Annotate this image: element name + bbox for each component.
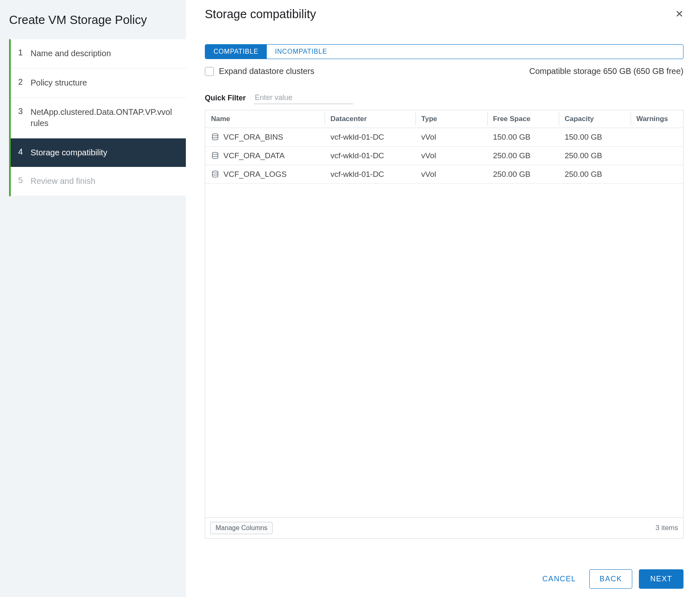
tab-incompatible[interactable]: INCOMPATIBLE [267, 45, 335, 59]
cell-free: 250.00 GB [487, 165, 559, 184]
col-header-free-space[interactable]: Free Space [487, 110, 559, 128]
step-label: Review and finish [31, 176, 95, 187]
cell-type: vVol [415, 128, 487, 147]
step-name-description[interactable]: 1 Name and description [11, 39, 186, 69]
cell-capacity: 250.00 GB [559, 165, 631, 184]
step-storage-compatibility[interactable]: 4 Storage compatibility [11, 138, 186, 167]
col-header-type[interactable]: Type [415, 110, 487, 128]
page-title: Storage compatibility [205, 7, 316, 21]
cell-warnings [631, 165, 683, 184]
step-review-finish: 5 Review and finish [11, 167, 186, 196]
col-header-warnings[interactable]: Warnings [631, 110, 683, 128]
step-number: 2 [18, 77, 31, 87]
cell-capacity: 250.00 GB [559, 147, 631, 165]
next-button[interactable]: NEXT [639, 569, 683, 589]
step-label: Name and description [31, 48, 111, 59]
step-number: 5 [18, 176, 31, 185]
cell-name: VCF_ORA_LOGS [223, 170, 287, 179]
compatibility-tabs: COMPATIBLE INCOMPATIBLE [205, 44, 683, 59]
table-row[interactable]: VCF_ORA_BINS vcf-wkld-01-DC vVol 150.00 … [205, 128, 683, 147]
manage-columns-button[interactable]: Manage Columns [210, 522, 273, 534]
step-label: NetApp.clustered.Data.ONTAP.VP.vvol rule… [31, 107, 178, 129]
cell-type: vVol [415, 165, 487, 184]
step-policy-structure[interactable]: 2 Policy structure [11, 69, 186, 98]
back-button[interactable]: BACK [589, 569, 633, 589]
col-header-capacity[interactable]: Capacity [559, 110, 631, 128]
cell-datacenter: vcf-wkld-01-DC [325, 128, 415, 147]
expand-clusters-checkbox[interactable] [205, 67, 214, 76]
cell-free: 250.00 GB [487, 147, 559, 165]
cell-warnings [631, 147, 683, 165]
close-icon[interactable]: ✕ [675, 7, 683, 21]
step-label: Policy structure [31, 77, 87, 88]
storage-summary: Compatible storage 650 GB (650 GB free) [529, 67, 683, 76]
step-netapp-rules[interactable]: 3 NetApp.clustered.Data.ONTAP.VP.vvol ru… [11, 98, 186, 138]
tab-compatible[interactable]: COMPATIBLE [205, 45, 267, 59]
quick-filter-label: Quick Filter [205, 94, 246, 102]
cell-datacenter: vcf-wkld-01-DC [325, 147, 415, 165]
cell-name: VCF_ORA_DATA [223, 151, 285, 160]
table-row[interactable]: VCF_ORA_LOGS vcf-wkld-01-DC vVol 250.00 … [205, 165, 683, 184]
expand-clusters-label: Expand datastore clusters [219, 67, 314, 76]
datastore-icon [211, 152, 219, 160]
cell-warnings [631, 128, 683, 147]
step-number: 1 [18, 48, 31, 57]
item-count: 3 items [655, 524, 678, 532]
step-number: 4 [18, 147, 31, 157]
table-row[interactable]: VCF_ORA_DATA vcf-wkld-01-DC vVol 250.00 … [205, 147, 683, 165]
cell-type: vVol [415, 147, 487, 165]
cell-datacenter: vcf-wkld-01-DC [325, 165, 415, 184]
cell-capacity: 150.00 GB [559, 128, 631, 147]
cell-free: 150.00 GB [487, 128, 559, 147]
datastore-icon [211, 170, 219, 178]
quick-filter-input[interactable] [254, 92, 353, 104]
step-number: 3 [18, 107, 31, 116]
cell-name: VCF_ORA_BINS [223, 133, 283, 142]
datastore-icon [211, 133, 219, 141]
cancel-button[interactable]: CANCEL [536, 570, 582, 588]
step-label: Storage compatibility [31, 147, 107, 158]
wizard-title: Create VM Storage Policy [0, 8, 186, 39]
col-header-datacenter[interactable]: Datacenter [325, 110, 415, 128]
col-header-name[interactable]: Name [205, 110, 325, 128]
